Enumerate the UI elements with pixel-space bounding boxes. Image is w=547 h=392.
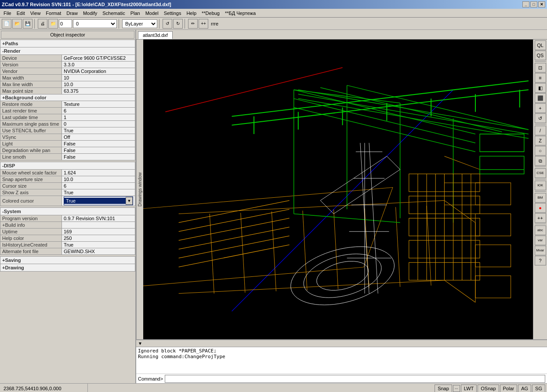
- drawings-window-label: Drawings window: [136, 40, 143, 339]
- menu-item-settings[interactable]: Settings: [161, 10, 184, 17]
- right-toolbar-line-button[interactable]: /: [535, 126, 546, 135]
- console-input-row: Command>: [136, 374, 547, 383]
- right-toolbar-props-button[interactable]: ≡: [535, 73, 546, 83]
- table-row: Cursor size6: [0, 183, 135, 189]
- section-background-color[interactable]: +Background color: [0, 94, 135, 101]
- right-toolbar-separator: [535, 124, 546, 125]
- table-row: LightFalse: [0, 141, 135, 147]
- right-toolbar-mvar-button[interactable]: Mvar: [535, 246, 546, 255]
- toolbar: 📄 📂 💾 🖨 📁 0 ByLayer ↺ ↻ ✏ ++ rrre: [0, 18, 547, 30]
- drawing-canvas[interactable]: [143, 40, 533, 339]
- linetype-select[interactable]: ByLayer: [122, 19, 157, 28]
- open-button[interactable]: 📂: [12, 19, 22, 29]
- table-row[interactable]: Colored cursorTrue▼: [0, 196, 135, 206]
- undo-button[interactable]: ↺: [163, 19, 172, 29]
- menu-item-debug[interactable]: **Debug: [199, 10, 222, 17]
- section-drawing[interactable]: +Drawing: [0, 264, 135, 272]
- right-toolbar-separator: [535, 167, 546, 167]
- menu-item-format[interactable]: Format: [43, 10, 64, 17]
- minimize-button[interactable]: _: [522, 1, 529, 7]
- section-paths[interactable]: +Paths: [0, 40, 135, 47]
- menu-item-view[interactable]: View: [28, 10, 43, 17]
- menu-item-file[interactable]: File: [1, 10, 14, 17]
- table-row: Restore modeTexture: [0, 101, 135, 108]
- menu-item-edit[interactable]: Edit: [14, 10, 28, 17]
- menu-item-plan[interactable]: Plan: [128, 10, 143, 17]
- right-toolbar-plus2-button[interactable]: ++: [535, 213, 546, 223]
- table-row: DeviceGeForce 9600 GT/PCI/SSE2: [0, 55, 135, 62]
- layer-select[interactable]: 0: [73, 19, 117, 28]
- save-button[interactable]: 💾: [23, 19, 33, 29]
- menu-item-model[interactable]: Model: [143, 10, 161, 17]
- right-toolbar-QS-button[interactable]: QS: [535, 51, 546, 60]
- right-toolbar-circle-button[interactable]: ○: [535, 146, 546, 156]
- right-toolbar-color-button[interactable]: ⬛: [535, 93, 546, 103]
- right-toolbar-help-button[interactable]: ?: [535, 256, 546, 265]
- main-layout: Object inspector +Paths-RenderDeviceGeFo…: [0, 30, 547, 383]
- tab-atlant3d[interactable]: atlant3d.dxf: [138, 31, 173, 39]
- right-toolbar-z-button[interactable]: Z: [535, 136, 546, 145]
- table-row: Help color250: [0, 235, 135, 242]
- right-toolbar-QL-button[interactable]: QL: [535, 40, 546, 50]
- table-row: Max width10: [0, 75, 135, 81]
- new-button[interactable]: 📄: [2, 19, 11, 29]
- console-collapse-icon[interactable]: ▼: [138, 341, 142, 346]
- table-row: Max point size63.375: [0, 88, 135, 94]
- right-toolbar-cse-button[interactable]: CSE: [535, 168, 546, 178]
- folder-button[interactable]: 📁: [48, 19, 58, 29]
- menu-item-help[interactable]: Help: [184, 10, 199, 17]
- console-input[interactable]: [165, 375, 545, 383]
- section-saving[interactable]: +Saving: [0, 257, 135, 264]
- right-toolbar-rotate-button[interactable]: ↺: [535, 113, 546, 123]
- table-row: +Build info: [0, 222, 135, 229]
- property-table-container[interactable]: +Paths-RenderDeviceGeForce 9600 GT/PCI/S…: [0, 40, 135, 383]
- sg-button[interactable]: SG: [532, 385, 545, 392]
- right-toolbar-plus-button[interactable]: +: [535, 103, 546, 113]
- print-button[interactable]: 🖨: [38, 19, 47, 29]
- section-system[interactable]: -System: [0, 208, 135, 215]
- plus-button[interactable]: ++: [199, 19, 208, 29]
- right-toolbar-separator: [535, 191, 546, 192]
- right-toolbar-abc-button[interactable]: abc: [535, 225, 546, 235]
- right-toolbar-bm-button[interactable]: ВМ: [535, 193, 546, 203]
- titlebar-title: ZCad v0.9.7 Revision SVN:101 - [E:\olde\…: [2, 2, 171, 7]
- right-toolbar-snap-button[interactable]: ⊡: [535, 63, 546, 73]
- osnap-button[interactable]: OSnap: [478, 385, 499, 392]
- maximize-button[interactable]: □: [530, 1, 537, 7]
- table-row: Last update time1: [0, 114, 135, 121]
- table-row: Version3.3.0: [0, 62, 135, 68]
- pencil-button[interactable]: ✏: [188, 19, 198, 29]
- tab-bar: atlant3d.dxf: [136, 30, 547, 40]
- right-toolbar-var-button[interactable]: var: [535, 236, 546, 245]
- table-row: Mouse wheel scale factor1.624: [0, 170, 135, 176]
- right-toolbar-copy-button[interactable]: ⧉: [535, 156, 546, 166]
- menu-item-modify[interactable]: Modify: [80, 10, 100, 17]
- toolbar-sep-1: [34, 19, 36, 29]
- console-text: Ignored block *PAPER_SPACE; Running comm…: [136, 347, 547, 374]
- redo-button[interactable]: ↻: [173, 19, 183, 29]
- table-row: IsHistoryLineCreatedTrue: [0, 242, 135, 248]
- table-row: Snap aperture size10.0: [0, 176, 135, 183]
- right-toolbar-iok-button[interactable]: ЮК: [535, 181, 546, 190]
- snap-indicator: ···: [453, 385, 460, 392]
- toolbar-sep-2: [119, 19, 120, 29]
- ag-button[interactable]: AG: [518, 385, 531, 392]
- lwt-button[interactable]: LWT: [461, 385, 477, 392]
- property-table: +Paths-RenderDeviceGeForce 9600 GT/PCI/S…: [0, 40, 135, 272]
- snap-button[interactable]: Snap: [435, 385, 452, 392]
- table-row: Line smothFalse: [0, 154, 135, 160]
- object-inspector-header: Object inspector: [1, 31, 134, 39]
- menu-item-[interactable]: **БД Чертежа: [222, 10, 258, 17]
- close-button[interactable]: ✕: [538, 1, 545, 7]
- section-render[interactable]: -Render: [0, 47, 135, 55]
- cad-drawing: [143, 40, 533, 339]
- menu-item-draw[interactable]: Draw: [64, 10, 80, 17]
- section-disp[interactable]: -DISP: [0, 162, 135, 170]
- right-toolbar-layer-button[interactable]: ◧: [535, 83, 546, 93]
- toolbar-extra: rrre: [211, 21, 218, 26]
- right-toolbar-red-dot-button[interactable]: ●: [535, 203, 546, 213]
- layer-number-input[interactable]: [59, 19, 72, 28]
- polar-button[interactable]: Polar: [500, 385, 518, 392]
- menu-item-schematic[interactable]: Schematic: [100, 10, 127, 17]
- right-area: atlant3d.dxf Drawings window: [136, 30, 547, 383]
